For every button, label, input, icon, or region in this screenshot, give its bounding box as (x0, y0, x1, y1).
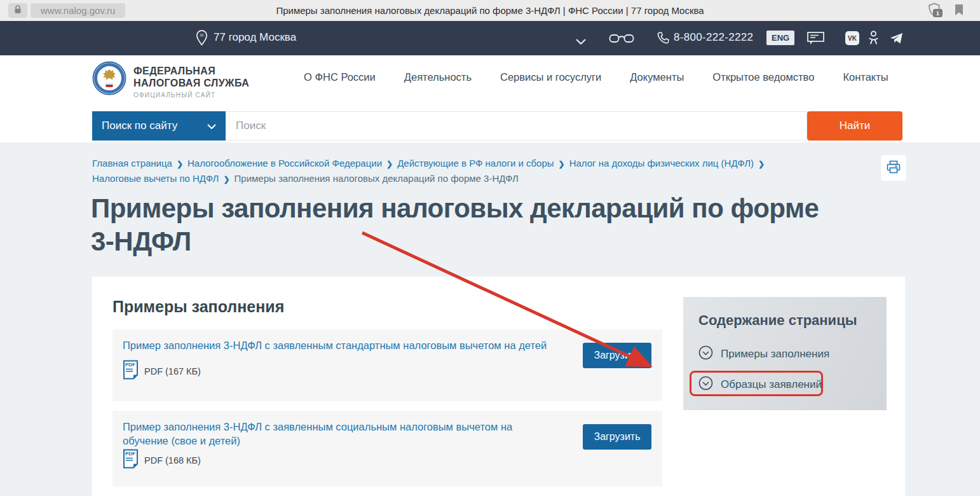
breadcrumb-taxation[interactable]: Налогообложение в Российской Федерации (187, 158, 382, 169)
logo-line1: ФЕДЕРАЛЬНАЯ (133, 65, 249, 77)
odnoklassniki-icon[interactable] (868, 31, 879, 48)
vk-icon[interactable]: VK (845, 31, 859, 45)
region-chevron-down-icon[interactable] (576, 36, 586, 47)
site-header: ФЕДЕРАЛЬНАЯ НАЛОГОВАЯ СЛУЖБА ОФИЦИАЛЬНЫЙ… (0, 55, 980, 142)
pdf-file-icon: PDF (123, 360, 139, 382)
address-bar[interactable]: www.nalog.gov.ru (31, 3, 125, 18)
download-link-social-deduction[interactable]: Пример заполнения 3-НДФЛ с заявленным со… (123, 420, 529, 448)
logo-subtitle: ОФИЦИАЛЬНЫЙ САЙТ (133, 92, 249, 99)
page-title: Примеры заполнения налоговых деклараций … (91, 192, 841, 258)
breadcrumb-separator: ❯ (223, 175, 229, 184)
bookmark-icon (955, 7, 963, 18)
file-meta: PDF PDF (168 КБ) (123, 449, 201, 471)
bookmark-button[interactable] (955, 4, 963, 18)
file-size-label: PDF (167 КБ) (144, 366, 201, 376)
breadcrumb-ndfl[interactable]: Налог на доходы физических лиц (НДФЛ) (569, 158, 754, 169)
breadcrumb-separator: ❯ (386, 160, 393, 169)
search-scope-label: Поиск по сайту (102, 120, 177, 132)
main-navigation: О ФНС России Деятельность Сервисы и госу… (304, 71, 888, 83)
fns-logo-emblem[interactable] (92, 61, 126, 98)
breadcrumb-home[interactable]: Главная страница (92, 158, 172, 169)
breadcrumb-current: Примеры заполнения налоговых деклараций … (235, 173, 519, 184)
nav-item-documents[interactable]: Документы (630, 71, 684, 83)
download-item: Пример заполнения 3-НДФЛ с заявленным со… (112, 411, 662, 486)
nav-item-services[interactable]: Сервисы и госуслуги (500, 71, 601, 83)
breadcrumb-separator: ❯ (758, 160, 765, 169)
screenshot-root: www.nalog.gov.ru Примеры заполнения нало… (0, 0, 980, 496)
search-input[interactable] (226, 111, 807, 141)
browser-toolbar: www.nalog.gov.ru Примеры заполнения нало… (0, 0, 980, 21)
shield-counter-badge: 1 (933, 9, 943, 17)
print-page-button[interactable] (881, 155, 906, 181)
location-pin-icon (196, 30, 208, 48)
accessibility-glasses-icon[interactable] (609, 33, 634, 46)
file-meta: PDF PDF (167 КБ) (123, 360, 201, 382)
circle-chevron-down-icon (698, 345, 713, 362)
toc-item-label: Примеры заполнения (721, 348, 829, 361)
pdf-file-icon: PDF (123, 449, 139, 471)
lock-icon (14, 5, 22, 17)
download-item: Пример заполнения 3-НДФЛ с заявленным ст… (112, 329, 662, 401)
url-text: www.nalog.gov.ru (41, 5, 115, 16)
page-contents-title: Содержание страницы (698, 312, 871, 329)
download-button[interactable]: Загрузить (583, 424, 651, 450)
language-switch-eng[interactable]: ENG (766, 31, 794, 45)
logo-line2: НАЛОГОВАЯ СЛУЖБА (133, 77, 249, 89)
nav-item-activity[interactable]: Деятельность (404, 71, 472, 83)
breadcrumb-taxes-in-rf[interactable]: Действующие в РФ налоги и сборы (397, 158, 554, 169)
section-title-examples: Примеры заполнения (112, 298, 284, 316)
download-link-standard-deduction[interactable]: Пример заполнения 3-НДФЛ с заявленным ст… (123, 338, 574, 352)
nav-item-contacts[interactable]: Контакты (843, 71, 888, 83)
svg-text:PDF: PDF (125, 362, 135, 368)
adblock-shield-button[interactable]: 1 (928, 3, 941, 20)
breadcrumb: Главная страница❯Налогообложение в Росси… (92, 156, 817, 186)
browser-tab-title: Примеры заполнения налоговых деклараций … (0, 0, 980, 21)
search-scope-dropdown[interactable]: Поиск по сайту (92, 111, 226, 141)
breadcrumb-separator: ❯ (559, 160, 565, 169)
nav-item-open-agency[interactable]: Открытое ведомство (712, 71, 814, 83)
telegram-icon[interactable] (890, 32, 903, 47)
chevron-down-icon (207, 120, 216, 132)
region-selector[interactable]: 77 город Москва (214, 31, 296, 44)
logo-wordmark[interactable]: ФЕДЕРАЛЬНАЯ НАЛОГОВАЯ СЛУЖБА ОФИЦИАЛЬНЫЙ… (133, 65, 249, 99)
site-topbar: 77 город Москва 8-800-222-2222 ENG VK (0, 21, 980, 55)
nav-item-about[interactable]: О ФНС России (304, 71, 376, 83)
phone-icon (657, 32, 669, 46)
ssl-lock-button[interactable] (8, 3, 27, 18)
search-submit-button[interactable]: Найти (807, 111, 902, 141)
breadcrumb-deductions[interactable]: Налоговые вычеты по НДФЛ (92, 173, 219, 184)
file-size-label: PDF (168 КБ) (144, 455, 201, 465)
annotation-highlight-box (690, 371, 823, 396)
feedback-chat-icon[interactable] (807, 32, 825, 48)
printer-icon (887, 160, 901, 176)
download-button[interactable]: Загрузить (583, 343, 651, 368)
support-phone-number[interactable]: 8-800-222-2222 (674, 31, 753, 44)
breadcrumb-separator: ❯ (177, 160, 183, 169)
svg-text:PDF: PDF (125, 451, 135, 457)
toc-item-examples[interactable]: Примеры заполнения (698, 345, 871, 362)
